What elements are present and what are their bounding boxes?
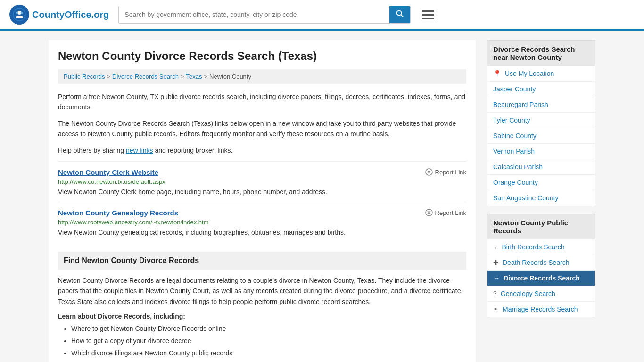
menu-bar-2: [422, 14, 434, 16]
bullet-list: Where to get Newton County Divorce Recor…: [58, 324, 466, 362]
logo-icon: [9, 5, 29, 25]
search-button[interactable]: [389, 6, 410, 23]
result-header-0: Newton County Clerk Website Report Link: [58, 168, 466, 176]
result-item-1: Newton County Genealogy Records Report L…: [58, 202, 466, 242]
public-records-section-title: Newton County Public Records: [487, 214, 595, 239]
result-url-0[interactable]: http://www.co.newton.tx.us/default.aspx: [58, 178, 466, 185]
result-desc-1: View Newton County genealogical records,…: [58, 228, 466, 238]
tyler-county-link[interactable]: Tyler County: [493, 116, 530, 124]
public-records-divorce[interactable]: ↔ Divorce Records Search: [487, 271, 595, 286]
breadcrumb-newton-county: Newton County: [209, 73, 251, 80]
nearby-tyler[interactable]: Tyler County: [487, 113, 595, 128]
calcasieu-parish-link[interactable]: Calcasieu Parish: [493, 163, 543, 171]
nearby-vernon[interactable]: Vernon Parish: [487, 144, 595, 159]
sabine-county-link[interactable]: Sabine County: [493, 132, 537, 140]
svg-line-5: [401, 15, 404, 17]
desc-para-2: The Newton County Divorce Records Search…: [58, 118, 466, 140]
main-container: Newton County Divorce Records Search (Te…: [39, 31, 605, 362]
vernon-parish-link[interactable]: Vernon Parish: [493, 148, 535, 155]
death-icon: ✚: [493, 259, 499, 266]
svg-point-4: [397, 11, 402, 16]
death-records-link[interactable]: Death Records Search: [503, 259, 570, 266]
svg-point-2: [16, 12, 18, 14]
use-my-location[interactable]: 📍 Use My Location: [487, 66, 595, 82]
nearby-calcasieu[interactable]: Calcasieu Parish: [487, 159, 595, 175]
bullet-item-0: Where to get Newton County Divorce Recor…: [71, 324, 466, 334]
menu-button[interactable]: [420, 8, 436, 21]
divorce-icon: ↔: [493, 274, 500, 282]
learn-heading: Learn about Divorce Records, including:: [58, 313, 466, 320]
result-url-1[interactable]: http://www.rootsweb.ancestry.com/~txnewt…: [58, 219, 466, 226]
result-title-1[interactable]: Newton County Genealogy Records: [58, 209, 178, 217]
result-title-0[interactable]: Newton County Clerk Website: [58, 168, 158, 176]
bullet-item-2: Which divorce filings are Newton County …: [71, 348, 466, 358]
menu-bar-3: [422, 18, 434, 19]
desc-para-1: Perform a free Newton County, TX public …: [58, 91, 466, 113]
beauregard-parish-link[interactable]: Beauregard Parish: [493, 101, 548, 108]
desc-para-3: Help others by sharing new links and rep…: [58, 145, 466, 156]
result-item-0: Newton County Clerk Website Report Link …: [58, 161, 466, 202]
sidebar: Divorce Records Search near Newton Count…: [487, 40, 595, 362]
nearby-jasper[interactable]: Jasper County: [487, 82, 595, 97]
desc-para-3-prefix: Help others by sharing: [58, 147, 126, 154]
logo[interactable]: CountyOffice.org: [9, 5, 109, 25]
new-links-link[interactable]: new links: [126, 147, 153, 154]
menu-bar-1: [422, 10, 434, 12]
marriage-icon: ⚭: [493, 305, 499, 313]
jasper-county-link[interactable]: Jasper County: [493, 85, 536, 93]
search-bar: [118, 6, 411, 24]
find-section-heading: Find Newton County Divorce Records: [58, 252, 466, 270]
genealogy-icon: ?: [493, 290, 497, 297]
public-records-birth[interactable]: ♀ Birth Records Search: [487, 239, 595, 255]
logo-text: CountyOffice.org: [32, 9, 109, 20]
genealogy-search-link[interactable]: Genealogy Search: [501, 290, 555, 297]
nearby-beauregard[interactable]: Beauregard Parish: [487, 97, 595, 113]
breadcrumb: Public Records > Divorce Records Search …: [58, 69, 466, 84]
nearby-section: Divorce Records Search near Newton Count…: [487, 40, 595, 206]
nearby-sabine[interactable]: Sabine County: [487, 128, 595, 144]
public-records-genealogy[interactable]: ? Genealogy Search: [487, 286, 595, 302]
bullet-item-1: How to get a copy of your divorce decree: [71, 336, 466, 346]
marriage-records-link[interactable]: Marriage Records Search: [503, 305, 578, 313]
result-header-1: Newton County Genealogy Records Report L…: [58, 209, 466, 217]
use-my-location-link[interactable]: Use My Location: [505, 70, 554, 77]
san-augustine-county-link[interactable]: San Augustine County: [493, 194, 559, 202]
breadcrumb-texas[interactable]: Texas: [186, 73, 202, 80]
public-records-section: Newton County Public Records ♀ Birth Rec…: [487, 214, 595, 317]
find-section-body: Newton County Divorce Records are legal …: [58, 275, 466, 307]
birth-icon: ♀: [493, 243, 498, 251]
result-desc-0: View Newton County Clerk home page, incl…: [58, 187, 466, 197]
nearby-section-title: Divorce Records Search near Newton Count…: [487, 41, 595, 66]
breadcrumb-public-records[interactable]: Public Records: [64, 73, 105, 80]
divorce-records-link[interactable]: Divorce Records Search: [504, 274, 580, 282]
page-title: Newton County Divorce Records Search (Te…: [58, 49, 466, 63]
nearby-san-augustine[interactable]: San Augustine County: [487, 190, 595, 206]
public-records-death[interactable]: ✚ Death Records Search: [487, 255, 595, 271]
report-link-button-1[interactable]: Report Link: [425, 209, 466, 216]
orange-county-link[interactable]: Orange County: [493, 179, 538, 186]
results-list: Newton County Clerk Website Report Link …: [58, 161, 466, 242]
header: CountyOffice.org: [0, 0, 644, 31]
public-records-marriage[interactable]: ⚭ Marriage Records Search: [487, 302, 595, 317]
svg-point-3: [21, 12, 23, 14]
location-icon: 📍: [493, 70, 501, 77]
report-link-button-0[interactable]: Report Link: [425, 168, 466, 176]
nearby-orange[interactable]: Orange County: [487, 175, 595, 190]
report-link-icon-0: [425, 168, 433, 176]
birth-records-link[interactable]: Birth Records Search: [502, 243, 565, 251]
breadcrumb-divorce-records[interactable]: Divorce Records Search: [112, 73, 179, 80]
report-link-icon-1: [425, 209, 433, 216]
desc-para-3-suffix: and reporting broken links.: [153, 147, 233, 154]
content-area: Newton County Divorce Records Search (Te…: [49, 40, 476, 362]
search-input[interactable]: [119, 6, 389, 23]
